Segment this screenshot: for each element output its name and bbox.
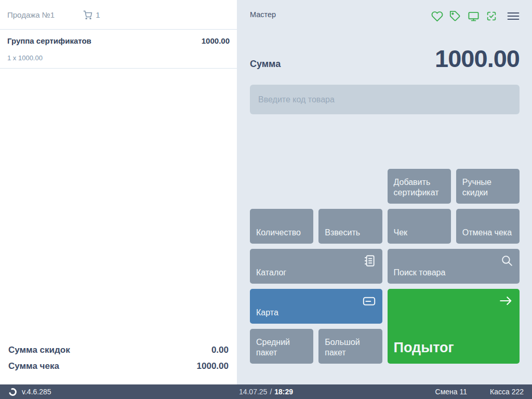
card-button[interactable]: Карта [250,289,382,324]
card-icon [362,294,376,308]
manual-discounts-button[interactable]: Ручные скидки [456,169,520,204]
pos-app: Продажа №1 1 Группа сертификатов 1000.00… [0,0,532,399]
shift-label: Смена 11 [435,388,467,396]
product-code-input[interactable] [250,85,520,114]
cart-icon [83,10,92,20]
register-label: Касса 222 [490,388,524,396]
cart-count: 1 [96,10,100,19]
receipt-panel: Продажа №1 1 Группа сертификатов 1000.00… [0,0,237,384]
add-certificate-button[interactable]: Добавить сертификат [388,169,451,204]
quantity-button[interactable]: Количество [250,209,313,244]
medium-bag-button[interactable]: Средний пакет [250,329,313,364]
item-qty-price: 1 x 1000.00 [7,54,230,62]
app-logo-icon [8,388,17,396]
sum-label: Сумма [250,59,281,70]
discount-total-row: Сумма скидок 0.00 [8,345,229,361]
datetime-separator: / [270,388,272,396]
search-icon [500,254,513,267]
receipt-total-label: Сумма чека [8,361,59,371]
app-version: v.4.6.285 [22,388,51,396]
item-amount: 1000.00 [202,36,230,45]
catalog-button-label: Каталог [256,268,286,278]
catalog-icon [363,254,376,268]
catalog-button[interactable]: Каталог [250,249,382,284]
cancel-receipt-button[interactable]: Отмена чека [456,209,520,244]
heart-icon[interactable] [431,10,443,22]
status-bar: v.4.6.285 14.07.25 / 18:29 Смена 11 Касс… [0,384,532,399]
status-date: 14.07.25 [239,388,268,396]
display-icon[interactable] [467,10,480,22]
current-user-label: Мастер [250,10,276,19]
receipt-button[interactable]: Чек [388,209,451,244]
top-icon-bar [431,10,520,22]
item-name: Группа сертификатов [7,36,91,45]
subtotal-button-label: Подытог [394,339,454,357]
weigh-button[interactable]: Взвесить [318,209,382,244]
card-button-label: Карта [256,308,278,318]
discount-total-value: 0.00 [211,345,229,355]
receipt-total-row: Сумма чека 1000.00 [8,361,229,377]
product-search-button[interactable]: Поиск товара [388,249,520,284]
receipt-empty-space [0,69,237,345]
discount-total-label: Сумма скидок [8,345,70,355]
receipt-totals: Сумма скидок 0.00 Сумма чека 1000.00 [0,345,237,384]
menu-icon[interactable] [507,10,520,22]
status-time: 18:29 [274,388,293,396]
receipt-header: Продажа №1 1 [0,0,237,30]
cart-indicator: 1 [83,10,100,20]
arrow-right-icon [498,294,513,308]
action-button-grid: Добавить сертификат Ручные скидки Количе… [250,169,520,364]
sum-value: 1000.00 [435,46,520,71]
action-panel: Мастер [237,0,532,384]
product-search-button-label: Поиск товара [394,268,446,278]
datetime-group: 14.07.25 / 18:29 [239,388,293,396]
tag-icon[interactable] [449,10,461,22]
receipt-line-item[interactable]: Группа сертификатов 1000.00 1 x 1000.00 [0,30,237,69]
receipt-total-value: 1000.00 [197,361,229,371]
subtotal-button[interactable]: Подытог [388,289,520,364]
big-bag-button[interactable]: Большой пакет [318,329,382,364]
sale-title: Продажа №1 [7,10,55,19]
scan-check-icon[interactable] [485,10,498,22]
version-group: v.4.6.285 [8,388,51,396]
session-group: Смена 11 Касса 222 [435,388,524,396]
